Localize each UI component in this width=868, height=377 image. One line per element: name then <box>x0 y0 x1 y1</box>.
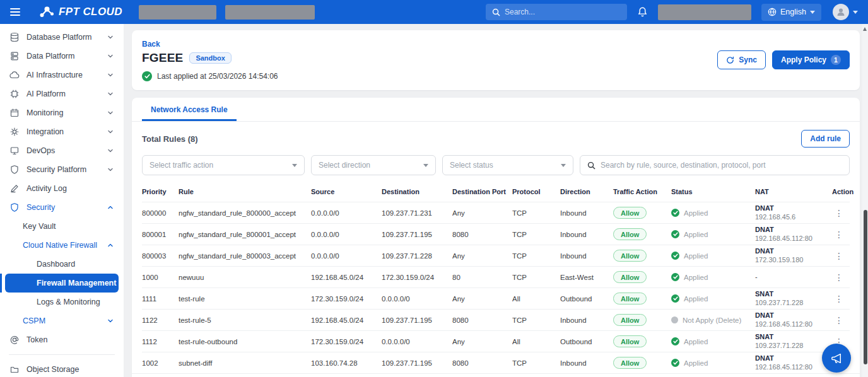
sidebar-item-label: DevOps <box>26 146 55 155</box>
sidebar-item-token[interactable]: Token <box>0 330 124 349</box>
user-menu[interactable] <box>833 4 858 20</box>
apply-policy-count-badge: 1 <box>831 55 841 65</box>
nat-value: 172.30.159.180 <box>755 256 827 265</box>
sidebar-item-label: Firewall Management <box>37 279 116 287</box>
column-header-destination: Destination <box>382 188 452 195</box>
chevron-down-icon <box>107 34 114 40</box>
sidebar-item-cloud-native-firewall[interactable]: Cloud Native Firewall <box>0 236 124 255</box>
destination-port-cell: Any <box>452 338 512 345</box>
column-header-priority: Priority <box>142 188 179 195</box>
nat-cell: SNAT 109.237.71.228 <box>755 333 832 351</box>
apply-policy-button[interactable]: Apply Policy 1 <box>772 50 850 69</box>
applied-check-icon <box>671 209 679 217</box>
row-actions-kebab-icon[interactable]: ⋮ <box>832 209 851 218</box>
total-rules-title: Total Rules (8) <box>142 134 198 144</box>
destination-cell: 109.237.71.231 <box>382 209 452 217</box>
monitoring-icon <box>9 108 20 118</box>
fpt-cloud-logo[interactable]: FPT CLOUD <box>39 6 122 18</box>
traffic-action-cell: Allow <box>613 250 671 262</box>
row-actions-kebab-icon[interactable]: ⋮ <box>832 230 851 239</box>
sidebar-item-data-platform[interactable]: Data Platform <box>0 47 124 66</box>
menu-icon[interactable] <box>6 4 25 20</box>
sidebar-item-monitoring[interactable]: Monitoring <box>0 103 124 122</box>
nat-cell: DNAT 192.168.45.112:80 <box>755 354 832 372</box>
destination-cell: 109.237.71.228 <box>382 252 452 260</box>
row-actions-kebab-icon[interactable]: ⋮ <box>832 273 851 282</box>
status-text: Applied <box>684 359 708 367</box>
chevron-down-icon <box>107 91 114 97</box>
bell-icon[interactable] <box>637 6 648 18</box>
sandbox-badge: Sandbox <box>189 52 231 64</box>
chevron-down-icon <box>107 318 114 324</box>
global-search[interactable] <box>486 4 627 20</box>
source-cell: 172.30.159.0/24 <box>311 295 382 303</box>
sidebar-item-ai-platform[interactable]: AI Platform <box>0 84 124 103</box>
devops-icon <box>9 146 20 156</box>
feedback-megaphone-button[interactable] <box>822 344 851 373</box>
sidebar-item-database-platform[interactable]: Database Platform <box>0 28 124 47</box>
chevron-down-icon <box>107 148 114 154</box>
sidebar-item-label: Security <box>26 203 55 212</box>
sync-button[interactable]: Sync <box>717 50 766 69</box>
row-actions-kebab-icon[interactable]: ⋮ <box>832 316 851 325</box>
status-placeholder: Select status <box>450 161 493 170</box>
traffic-action-placeholder: Select traffic action <box>150 161 213 170</box>
tab-network-access-rule[interactable]: Network Access Rule <box>142 98 237 121</box>
direction-cell: Outbound <box>560 338 613 345</box>
sidebar-item-key-vault[interactable]: Key Vault <box>0 217 124 236</box>
table-row: 800003 ngfw_standard_rule_800003_accept … <box>142 245 850 266</box>
sidebar-item-dashboard[interactable]: Dashboard <box>0 255 124 274</box>
status-select[interactable]: Select status <box>442 155 573 175</box>
column-header-direction: Direction <box>560 188 613 195</box>
rule-search[interactable] <box>580 155 850 175</box>
scrollbar-thumb[interactable] <box>864 210 867 364</box>
back-link[interactable]: Back <box>142 40 160 49</box>
sidebar-item-devops[interactable]: DevOps <box>0 141 124 160</box>
priority-cell: 1111 <box>142 295 179 303</box>
rule-search-input[interactable] <box>601 161 842 170</box>
protocol-cell: All <box>512 295 560 303</box>
column-header-source: Source <box>311 188 382 195</box>
add-rule-button[interactable]: Add rule <box>801 130 850 148</box>
allow-pill: Allow <box>613 250 647 262</box>
sidebar-item-cspm[interactable]: CSPM <box>0 311 124 330</box>
sidebar-item-security[interactable]: Security <box>0 198 124 217</box>
sidebar-item-activity-log[interactable]: Activity Log <box>0 179 124 198</box>
sidebar-item-object-storage[interactable]: Object Storage <box>0 360 124 377</box>
sidebar-divider <box>9 354 115 355</box>
column-header-status: Status <box>671 188 755 195</box>
sidebar-item-firewall-management[interactable]: Firewall Management <box>5 274 119 293</box>
table-body: 800000 ngfw_standard_rule_800000_accept … <box>142 202 850 373</box>
allow-pill: Allow <box>613 293 647 304</box>
protocol-cell: TCP <box>512 252 560 260</box>
sidebar-item-logs-monitoring[interactable]: Logs & Monitoring <box>0 293 124 311</box>
traffic-action-select[interactable]: Select traffic action <box>142 155 305 175</box>
language-selector[interactable]: English <box>761 4 821 21</box>
search-input[interactable] <box>505 8 621 16</box>
priority-cell: 1112 <box>142 338 179 345</box>
direction-cell: Inbound <box>560 252 613 260</box>
chevron-down-icon <box>853 11 858 14</box>
rule-name-cell: ngfw_standard_rule_800003_accept <box>179 252 311 260</box>
sidebar-item-integration[interactable]: Integration <box>0 122 124 141</box>
rule-name-cell: newuuu <box>179 274 311 281</box>
row-actions-kebab-icon[interactable]: ⋮ <box>832 252 851 260</box>
chevron-down-icon <box>107 166 114 173</box>
row-actions-kebab-icon[interactable]: ⋮ <box>832 294 851 303</box>
destination-port-cell: 8080 <box>452 359 512 367</box>
direction-placeholder: Select direction <box>319 161 370 170</box>
source-cell: 192.168.45.0/24 <box>311 274 382 281</box>
language-label: English <box>780 8 806 16</box>
nat-cell: SNAT 109.237.71.228 <box>755 290 832 308</box>
column-header-traffic-action: Traffic Action <box>613 188 671 195</box>
sidebar-item-security-platform[interactable]: Security Platform <box>0 160 124 179</box>
table-row: 1002 subnet-diff 103.160.74.28 109.237.7… <box>142 352 850 373</box>
scroll-up-arrow-icon[interactable] <box>863 27 867 31</box>
status-cell: Applied <box>671 209 755 217</box>
rule-name-cell: ngfw_standard_rule_800001_accept <box>179 231 311 238</box>
direction-select[interactable]: Select direction <box>311 155 436 175</box>
sidebar-item-label: AI Platform <box>26 90 66 98</box>
nat-value: 192.168.45.112:80 <box>755 320 827 329</box>
sidebar-item-ai-infrastructure[interactable]: AI Infrastructure <box>0 66 124 84</box>
direction-cell: Inbound <box>560 231 613 238</box>
